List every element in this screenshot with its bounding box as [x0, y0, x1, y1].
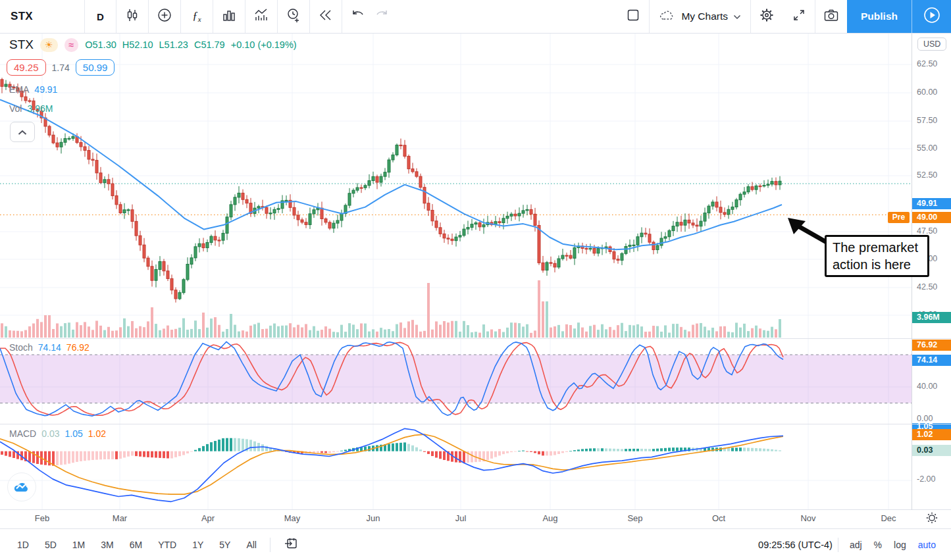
range-button-3m[interactable]: 3M: [95, 536, 119, 554]
open-value: O51.30: [85, 39, 116, 50]
chart-area: STX ☀ ≈ O51.30 H52.10 L51.23 C51.79 +0.1…: [0, 34, 951, 528]
settings-button[interactable]: [750, 0, 783, 33]
range-button-1m[interactable]: 1M: [66, 536, 91, 554]
layout-square-icon: [626, 8, 640, 25]
macd-signal-value: 1.02: [88, 428, 106, 439]
range-button-5d[interactable]: 5D: [39, 536, 63, 554]
forecast-button[interactable]: [245, 0, 277, 33]
axis-tick-label: 62.50: [917, 59, 937, 68]
change-value: +0.10 (+0.19%): [231, 39, 297, 50]
interval-button[interactable]: D: [84, 0, 116, 33]
ohlc-values: O51.30 H52.10 L51.23 C51.79 +0.10 (+0.19…: [85, 39, 296, 50]
approximation-icon: ≈: [64, 38, 79, 52]
indicators-button[interactable]: ƒx: [180, 0, 213, 33]
bar-replay-button[interactable]: [309, 0, 342, 33]
collapse-legend-button[interactable]: [10, 122, 35, 142]
symbol-search-button[interactable]: STX: [0, 0, 84, 33]
rewind-icon: [318, 7, 334, 26]
snapshot-button[interactable]: [815, 0, 847, 33]
fullscreen-icon: [792, 8, 806, 25]
main-legend: STX ☀ ≈ O51.30 H52.10 L51.23 C51.79 +0.1…: [9, 38, 297, 52]
macd-hist-badge: 0.03: [912, 445, 951, 456]
range-button-1y[interactable]: 1Y: [186, 536, 209, 554]
volume-bars: [1, 280, 781, 338]
sun-icon: [925, 511, 938, 527]
layout-button[interactable]: [617, 0, 649, 33]
pane-separator-2[interactable]: [0, 424, 951, 424]
bottom-divider-2: [838, 538, 838, 552]
alert-button[interactable]: [277, 0, 309, 33]
premarket-pre-label: Pre: [888, 212, 910, 223]
publish-button[interactable]: Publish: [847, 0, 912, 33]
my-charts-button[interactable]: My Charts: [649, 0, 750, 33]
chart-style-button[interactable]: [116, 0, 148, 33]
percent-toggle[interactable]: %: [868, 536, 888, 554]
stoch-legend[interactable]: Stoch 74.14 76.92: [9, 342, 90, 353]
go-to-date-button[interactable]: [278, 533, 304, 556]
legend-symbol[interactable]: STX: [9, 38, 34, 52]
range-button-5y[interactable]: 5Y: [213, 536, 236, 554]
stochastic-pane[interactable]: [0, 339, 912, 424]
adjust-toggle[interactable]: adj: [844, 536, 868, 554]
axis-tick-label: -2.00: [917, 474, 936, 484]
session-settings-button[interactable]: [912, 510, 951, 528]
publish-play-button[interactable]: [912, 0, 951, 33]
tradingview-chart-window: STX D ƒx: [0, 0, 951, 560]
redo-button[interactable]: [374, 9, 389, 24]
macd-pane[interactable]: [0, 424, 912, 510]
time-axis[interactable]: FebMarAprMayJunJulAugSepOctNovDec: [0, 510, 951, 528]
month-label-feb: Feb: [35, 513, 49, 523]
annotation-text-box[interactable]: The premarket action is here: [825, 235, 929, 277]
undo-button[interactable]: [351, 9, 365, 24]
top-toolbar: STX D ƒx: [0, 0, 951, 34]
axis-tick-label: 52.50: [917, 170, 937, 180]
price-tool-upper-box[interactable]: 50.99: [76, 59, 115, 76]
log-toggle[interactable]: log: [888, 536, 912, 554]
premarket-price-badge: 49.00: [912, 212, 951, 223]
month-label-may: May: [284, 513, 301, 523]
camera-icon: [823, 8, 839, 25]
stoch-k-badge: 74.14: [912, 355, 951, 366]
macd-signal-badge: 1.02: [912, 429, 951, 440]
axis-tick-label: 60.00: [917, 88, 937, 97]
stoch-d-badge: 76.92: [912, 340, 951, 351]
tradingview-logo[interactable]: [7, 472, 36, 501]
vol-label: Vol: [9, 103, 22, 114]
plus-circle-icon: [157, 7, 172, 26]
ema-legend[interactable]: EMA 49.91: [9, 84, 57, 95]
forecast-icon: [253, 7, 269, 26]
price-tool-lower-box[interactable]: 49.25: [7, 59, 46, 76]
fullscreen-button[interactable]: [783, 0, 815, 33]
ema-price-badge: 49.91: [912, 198, 951, 209]
compare-button[interactable]: [148, 0, 180, 33]
range-button-6m[interactable]: 6M: [124, 536, 148, 554]
range-button-1d[interactable]: 1D: [11, 536, 35, 554]
range-button-ytd[interactable]: YTD: [152, 536, 182, 554]
vol-value: 3.96M: [27, 103, 53, 114]
undo-redo-group: [342, 0, 397, 33]
axis-tick-label: 57.50: [917, 116, 937, 125]
month-label-jul: Jul: [455, 513, 467, 523]
auto-scale-toggle[interactable]: auto: [912, 536, 942, 554]
pane-separator-1[interactable]: [0, 338, 951, 339]
currency-toggle[interactable]: USD: [917, 38, 946, 51]
month-label-apr: Apr: [201, 513, 215, 523]
play-circle-icon: [923, 6, 941, 27]
close-value: C51.79: [194, 39, 225, 50]
volume-legend[interactable]: Vol 3.96M: [9, 103, 53, 114]
main-price-pane[interactable]: [0, 34, 912, 339]
top-toolbar-right: My Charts Publish: [617, 0, 951, 33]
stoch-label: Stoch: [9, 342, 33, 353]
range-button-all[interactable]: All: [240, 536, 263, 554]
month-label-dec: Dec: [881, 513, 896, 523]
bottom-toolbar-right: 09:25:56 (UTC-4) adj % log auto: [758, 536, 951, 554]
bottom-toolbar: 1D5D1M3M6MYTD1Y5YAll 09:25:56 (UTC-4) ad…: [0, 528, 951, 560]
indicator-templates-button[interactable]: [213, 0, 245, 33]
ema-label: EMA: [9, 84, 29, 95]
price-range-tool[interactable]: 49.25 1.74 50.99: [7, 59, 115, 76]
premarket-sun-icon: ☀: [40, 38, 58, 52]
stoch-d-value: 76.92: [66, 342, 90, 353]
clock-display[interactable]: 09:25:56 (UTC-4): [758, 540, 833, 550]
macd-legend[interactable]: MACD 0.03 1.05 1.02: [9, 428, 106, 439]
macd-line-value: 1.05: [64, 428, 82, 439]
